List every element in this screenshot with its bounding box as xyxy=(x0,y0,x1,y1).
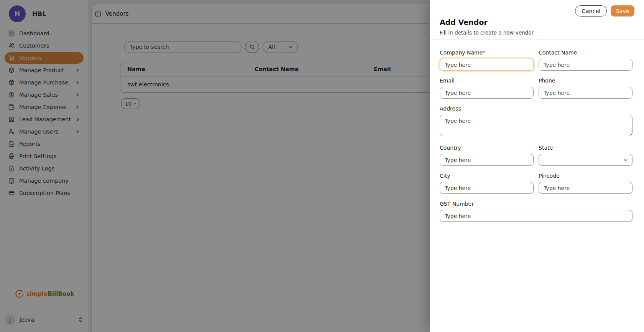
state-label: State xyxy=(539,145,632,151)
state-select[interactable] xyxy=(539,154,632,166)
pincode-field[interactable] xyxy=(539,182,632,194)
pincode-label: Pincode xyxy=(539,173,632,179)
drawer-subtitle: Fill in details to create a new vendor xyxy=(440,30,534,36)
modal-overlay[interactable] xyxy=(0,0,430,332)
phone-label: Phone xyxy=(539,78,632,84)
email-field[interactable] xyxy=(440,87,534,99)
cancel-button[interactable]: Cancel xyxy=(575,5,607,17)
drawer-title: Add Vendor xyxy=(440,18,488,26)
company-name-field[interactable] xyxy=(440,59,534,71)
gst-number-field[interactable] xyxy=(440,210,632,222)
drawer-actions: Cancel Save xyxy=(575,5,634,17)
email-label: Email xyxy=(440,78,534,84)
add-vendor-form: Company Name* Contact Name Email Phone A… xyxy=(440,50,632,229)
add-vendor-drawer: Cancel Save Add Vendor Fill in details t… xyxy=(430,0,644,332)
contact-name-label: Contact Name xyxy=(539,50,632,56)
address-label: Address xyxy=(440,106,632,112)
required-asterisk: * xyxy=(483,50,485,56)
gst-number-label: GST Number xyxy=(440,201,632,207)
country-label: Country xyxy=(440,145,534,151)
country-field[interactable] xyxy=(440,154,534,166)
divider xyxy=(430,40,644,40)
city-field[interactable] xyxy=(440,182,534,194)
save-button[interactable]: Save xyxy=(611,5,634,17)
address-field[interactable] xyxy=(440,115,632,136)
chevron-down-icon xyxy=(623,158,628,162)
company-name-label: Company Name* xyxy=(440,50,534,56)
city-label: City xyxy=(440,173,534,179)
contact-name-field[interactable] xyxy=(539,59,632,71)
phone-field[interactable] xyxy=(539,87,632,99)
